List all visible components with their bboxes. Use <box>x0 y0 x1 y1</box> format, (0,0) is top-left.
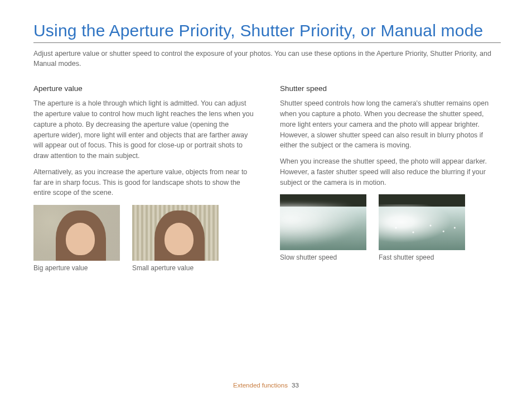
page-title: Using the Aperture Priority, Shutter Pri… <box>33 21 501 43</box>
aperture-heading: Aperture value <box>33 84 254 93</box>
portrait-sharp-bg-image <box>132 205 219 261</box>
shutter-paragraph-1: Shutter speed controls how long the came… <box>280 98 501 151</box>
shutter-heading: Shutter speed <box>280 84 501 93</box>
page-footer: Extended functions 33 <box>0 382 532 389</box>
shutter-caption-fast: Fast shutter speed <box>379 253 465 261</box>
shutter-figure-fast: Fast shutter speed <box>379 194 465 261</box>
aperture-figure-big: Big aperture value <box>33 205 120 272</box>
water-fast-image <box>379 194 465 250</box>
document-page: Using the Aperture Priority, Shutter Pri… <box>0 0 532 402</box>
footer-page-number: 33 <box>292 382 299 389</box>
portrait-blurred-bg-image <box>33 205 120 261</box>
aperture-paragraph-2: Alternatively, as you increase the apert… <box>33 167 254 198</box>
shutter-figures: Slow shutter speed Fast shutter speed <box>280 194 501 261</box>
aperture-figure-small: Small aperture value <box>132 205 219 272</box>
content-columns: Aperture value The aperture is a hole th… <box>33 84 501 272</box>
aperture-paragraph-1: The aperture is a hole through which lig… <box>33 98 254 161</box>
footer-section: Extended functions <box>233 382 288 389</box>
shutter-caption-slow: Slow shutter speed <box>280 253 366 261</box>
shutter-paragraph-2: When you increase the shutter speed, the… <box>280 156 501 188</box>
aperture-caption-big: Big aperture value <box>33 264 120 272</box>
water-slow-image <box>280 194 366 250</box>
left-column: Aperture value The aperture is a hole th… <box>33 84 254 272</box>
intro-paragraph: Adjust aperture value or shutter speed t… <box>33 49 501 69</box>
aperture-figures: Big aperture value Small aperture value <box>33 205 254 272</box>
right-column: Shutter speed Shutter speed controls how… <box>280 84 501 272</box>
shutter-figure-slow: Slow shutter speed <box>280 194 366 261</box>
aperture-caption-small: Small aperture value <box>132 264 219 272</box>
